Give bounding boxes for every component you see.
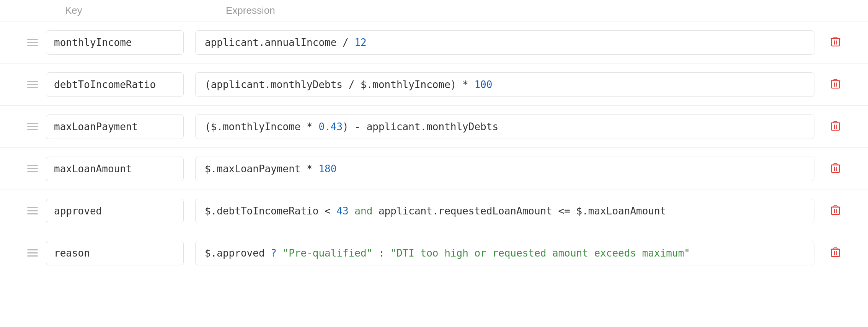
svg-rect-12 — [832, 165, 840, 172]
expression-column-header: Expression — [226, 5, 814, 16]
key-input[interactable] — [46, 72, 184, 97]
expression-part: (applicant.monthlyDebts / $.monthlyIncom… — [205, 79, 474, 90]
expression-display[interactable]: $.maxLoanPayment * 180 — [195, 157, 814, 181]
expression-input-wrapper: applicant.annualIncome / 12 — [195, 30, 814, 55]
table-header: Key Expression — [0, 0, 868, 21]
drag-handle-icon[interactable] — [23, 39, 42, 46]
expression-part: applicant.requestedLoanAmount <= $.maxLo… — [379, 205, 666, 217]
svg-rect-8 — [832, 123, 840, 130]
key-input[interactable] — [46, 30, 184, 55]
expression-part: 100 — [474, 79, 492, 90]
table-row: $.maxLoanPayment * 180 — [0, 148, 868, 190]
expression-display[interactable]: (applicant.monthlyDebts / $.monthlyIncom… — [195, 72, 814, 97]
key-input[interactable] — [46, 241, 184, 265]
expression-part: "Pre-qualified" — [283, 247, 373, 259]
key-expression-table: Key Expression applicant.annualIncome / … — [0, 0, 868, 274]
drag-handle-icon[interactable] — [23, 123, 42, 130]
delete-row-button[interactable] — [826, 247, 845, 259]
key-input-wrapper — [46, 157, 184, 181]
drag-handle-icon[interactable] — [23, 81, 42, 88]
expression-part: and — [349, 205, 379, 217]
delete-row-button[interactable] — [826, 78, 845, 91]
svg-rect-4 — [832, 80, 840, 88]
expression-part: 43 — [336, 205, 348, 217]
expression-input-wrapper: $.debtToIncomeRatio < 43 and applicant.r… — [195, 199, 814, 223]
table-row: $.approved ? "Pre-qualified" : "DTI too … — [0, 232, 868, 274]
expression-part: $.maxLoanPayment * — [205, 163, 318, 175]
key-input[interactable] — [46, 157, 184, 181]
table-row: ($.monthlyIncome * 0.43) - applicant.mon… — [0, 106, 868, 148]
svg-rect-16 — [832, 207, 840, 214]
expression-part: "DTI too high or requested amount exceed… — [390, 247, 690, 259]
key-input-wrapper — [46, 199, 184, 223]
key-input[interactable] — [46, 199, 184, 223]
expression-input-wrapper: $.maxLoanPayment * 180 — [195, 157, 814, 181]
table-row: applicant.annualIncome / 12 — [0, 21, 868, 64]
key-input-wrapper — [46, 114, 184, 139]
drag-handle-icon[interactable] — [23, 249, 42, 257]
table-row: $.debtToIncomeRatio < 43 and applicant.r… — [0, 190, 868, 232]
delete-row-button[interactable] — [826, 163, 845, 175]
drag-handle-icon[interactable] — [23, 165, 42, 172]
expression-input-wrapper: $.approved ? "Pre-qualified" : "DTI too … — [195, 241, 814, 265]
key-input-wrapper — [46, 72, 184, 97]
expression-display[interactable]: $.debtToIncomeRatio < 43 and applicant.r… — [195, 199, 814, 223]
table-row: (applicant.monthlyDebts / $.monthlyIncom… — [0, 64, 868, 106]
expression-part: 180 — [318, 163, 336, 175]
expression-part: $.approved — [205, 247, 265, 259]
expression-part: ? — [265, 247, 283, 259]
expression-part: 12 — [354, 37, 366, 48]
delete-row-button[interactable] — [826, 205, 845, 217]
expression-display[interactable]: $.approved ? "Pre-qualified" : "DTI too … — [195, 241, 814, 265]
expression-part: 0.43 — [318, 121, 343, 132]
expression-part: $.debtToIncomeRatio < — [205, 205, 336, 217]
expression-part: ) - applicant.monthlyDebts — [343, 121, 498, 132]
key-input-wrapper — [46, 241, 184, 265]
expression-part: ($.monthlyIncome * — [205, 121, 318, 132]
delete-row-button[interactable] — [826, 121, 845, 133]
expression-display[interactable]: ($.monthlyIncome * 0.43) - applicant.mon… — [195, 114, 814, 139]
svg-rect-20 — [832, 249, 840, 256]
expression-input-wrapper: (applicant.monthlyDebts / $.monthlyIncom… — [195, 72, 814, 97]
key-input-wrapper — [46, 30, 184, 55]
key-input[interactable] — [46, 114, 184, 139]
expression-part: applicant.annualIncome — [205, 37, 336, 48]
expression-part: : — [372, 247, 390, 259]
expression-display[interactable]: applicant.annualIncome / 12 — [195, 30, 814, 55]
svg-rect-0 — [832, 38, 840, 46]
drag-handle-icon[interactable] — [23, 207, 42, 214]
rows-container: applicant.annualIncome / 12 (applicant.m… — [0, 21, 868, 274]
expression-input-wrapper: ($.monthlyIncome * 0.43) - applicant.mon… — [195, 114, 814, 139]
delete-row-button[interactable] — [826, 36, 845, 49]
expression-part: / — [336, 37, 354, 48]
key-column-header: Key — [65, 5, 210, 16]
